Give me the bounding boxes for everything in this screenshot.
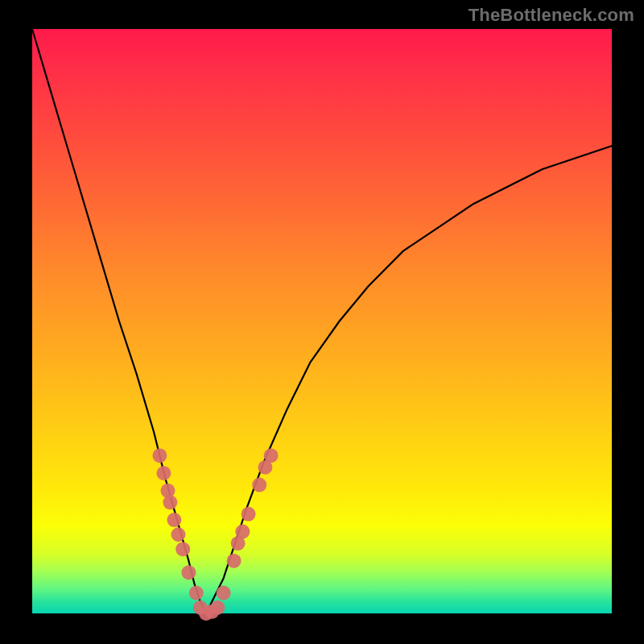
svg-point-20 xyxy=(264,448,279,463)
svg-point-5 xyxy=(171,527,185,542)
svg-point-6 xyxy=(175,542,190,556)
svg-point-0 xyxy=(152,448,167,463)
svg-point-18 xyxy=(252,477,266,492)
svg-point-16 xyxy=(235,524,250,539)
svg-point-3 xyxy=(163,495,177,510)
svg-point-8 xyxy=(189,586,204,601)
svg-point-14 xyxy=(227,554,242,568)
svg-point-13 xyxy=(217,586,231,601)
chart-svg-layer xyxy=(0,0,644,644)
svg-point-7 xyxy=(181,565,196,580)
svg-point-17 xyxy=(242,507,256,522)
bottleneck-curve xyxy=(32,29,612,613)
svg-point-12 xyxy=(210,601,225,615)
chart-stage: TheBottleneck.com xyxy=(0,0,644,644)
svg-point-4 xyxy=(167,513,181,527)
svg-point-1 xyxy=(156,466,171,481)
